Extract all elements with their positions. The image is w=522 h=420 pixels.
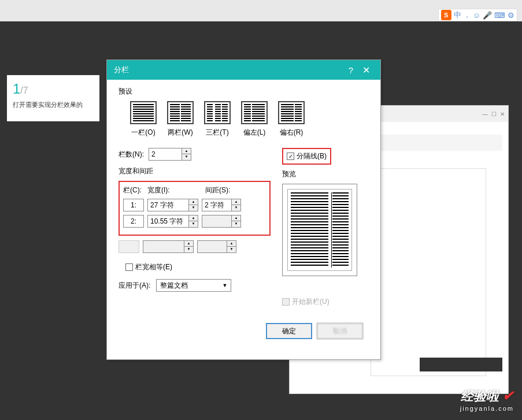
width-spacing-table: 栏(C): 宽度(I): 间距(S): 1: ▲▼ ▲▼ 2: ▲▼ ▲▼ xyxy=(119,181,271,236)
chevron-down-icon: ▼ xyxy=(222,283,227,288)
apply-to-label: 应用于(A): xyxy=(119,281,150,291)
preview-label: 预览 xyxy=(282,169,369,179)
ime-face-icon[interactable]: ☺ xyxy=(473,11,480,20)
divider-checkbox[interactable] xyxy=(287,153,294,160)
table-row: 2: ▲▼ ▲▼ xyxy=(123,215,266,228)
col-num-2: 2: xyxy=(123,215,144,228)
spinner-down-icon[interactable]: ▼ xyxy=(182,154,191,160)
background-doc: 1/7 打开需要实现分栏效果的 xyxy=(7,75,99,121)
preset-two-columns[interactable]: 两栏(W) xyxy=(167,101,194,137)
new-column-checkbox-row: 开始新栏(U) xyxy=(282,297,369,307)
page-number: 1/7 xyxy=(13,81,94,97)
preset-right[interactable]: 偏右(R) xyxy=(278,101,305,137)
spacing-2-spinner: ▲▼ xyxy=(202,215,241,228)
equal-width-checkbox[interactable] xyxy=(125,263,133,271)
close-button[interactable]: ✕ xyxy=(358,65,373,76)
ime-mic-icon[interactable]: 🎤 xyxy=(483,11,492,20)
dialog-titlebar: 分栏 ? ✕ xyxy=(107,60,380,80)
header-spacing: 间距(S): xyxy=(205,185,257,195)
header-width: 宽度(I): xyxy=(147,185,205,195)
preset-options: 一栏(O) 两栏(W) 三栏(T) 偏左(L) 偏右(R) xyxy=(130,101,369,137)
preset-section-label: 预设 xyxy=(119,87,369,96)
width-1-spinner[interactable]: ▲▼ xyxy=(147,199,198,211)
ime-settings-icon[interactable]: ⚙ xyxy=(508,11,514,20)
ime-lang[interactable]: 中 xyxy=(454,10,461,20)
divider-checkbox-row[interactable]: 分隔线(B) xyxy=(282,148,331,165)
disabled-row: ▲▼ ▲▼ xyxy=(119,240,271,253)
column-count-spinner[interactable]: ▲▼ xyxy=(149,148,191,161)
preset-one-column[interactable]: 一栏(O) xyxy=(130,101,157,137)
ok-button[interactable]: 确定 xyxy=(266,323,312,339)
preview-pane xyxy=(282,184,357,276)
header-column: 栏(C): xyxy=(123,185,147,195)
spinner-up-icon[interactable]: ▲ xyxy=(182,148,191,154)
col-num-1: 1: xyxy=(123,199,144,211)
width-2-spinner[interactable]: ▲▼ xyxy=(147,215,198,228)
dialog-title: 分栏 xyxy=(114,65,343,75)
table-row: 1: ▲▼ ▲▼ xyxy=(123,199,266,211)
divider-label: 分隔线(B) xyxy=(297,151,327,161)
help-button[interactable]: ? xyxy=(343,65,358,75)
preset-three-columns[interactable]: 三栏(T) xyxy=(204,101,231,137)
column-count-label: 栏数(N): xyxy=(119,150,144,159)
width-section-label: 宽度和间距 xyxy=(119,166,271,176)
watermark: 经验啦 ✔ jingyanla.com xyxy=(460,388,514,412)
columns-dialog: 分栏 ? ✕ 预设 一栏(O) 两栏(W) 三栏(T) 偏左(L) xyxy=(106,60,381,360)
check-icon: ✔ xyxy=(502,388,514,403)
ime-toolbar: S 中 ， ☺ 🎤 ⌨ ⚙ xyxy=(438,9,517,21)
preset-left[interactable]: 偏左(L) xyxy=(241,101,268,137)
new-column-label: 开始新栏(U) xyxy=(292,297,330,307)
ime-punct[interactable]: ， xyxy=(464,10,471,20)
equal-width-label: 栏宽相等(E) xyxy=(135,262,172,272)
apply-to-select[interactable]: 整篇文档 ▼ xyxy=(156,279,231,292)
column-count-input[interactable] xyxy=(149,148,182,160)
ime-keyboard-icon[interactable]: ⌨ xyxy=(494,11,505,20)
page-desc: 打开需要实现分栏效果的 xyxy=(13,101,94,109)
new-column-checkbox xyxy=(282,298,290,306)
cancel-button[interactable]: 取消 xyxy=(317,323,363,339)
ime-logo-icon[interactable]: S xyxy=(441,10,451,20)
equal-width-checkbox-row[interactable]: 栏宽相等(E) xyxy=(125,262,271,272)
spacing-1-spinner[interactable]: ▲▼ xyxy=(202,199,241,211)
